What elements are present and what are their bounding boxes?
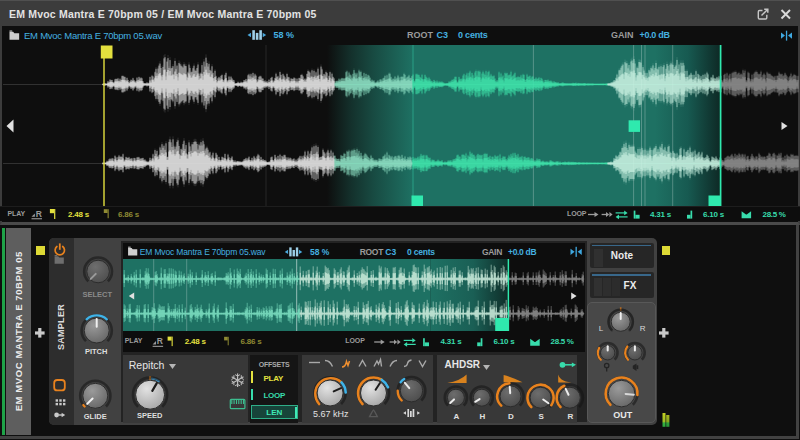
svg-text:R: R [36,209,42,219]
svg-text:R: R [157,336,163,346]
